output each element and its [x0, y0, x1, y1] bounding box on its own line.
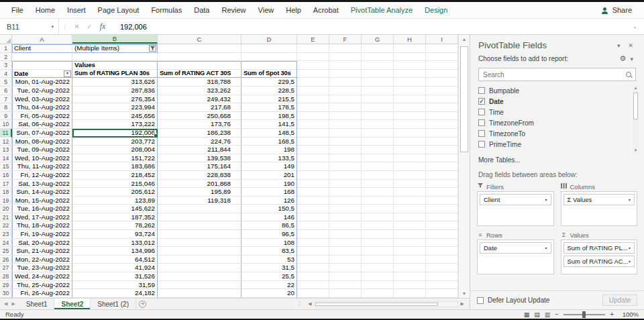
- row-header-10[interactable]: 10: [0, 120, 12, 129]
- cell-C10[interactable]: 173,76: [158, 120, 241, 129]
- zoom-slider-thumb[interactable]: [582, 311, 586, 318]
- area-field-chip[interactable]: Client▾: [480, 194, 551, 205]
- cell-C5[interactable]: 318,788: [158, 78, 241, 87]
- cell-I26[interactable]: [426, 256, 458, 264]
- select-all-corner[interactable]: [0, 35, 12, 44]
- column-header-I[interactable]: I: [426, 35, 458, 44]
- cell-A5[interactable]: Mon, 01-Aug-2022: [12, 78, 72, 87]
- field-item-Bumpable[interactable]: Bumpable: [478, 85, 636, 96]
- cell-B11[interactable]: 192,006: [72, 129, 158, 138]
- cell-B8[interactable]: 223,994: [72, 103, 158, 112]
- cell-E8[interactable]: [297, 103, 329, 112]
- field-item-TimezoneFrom[interactable]: TimezoneFrom: [478, 117, 636, 128]
- horizontal-scroll-thumb[interactable]: [315, 303, 438, 306]
- cell-G24[interactable]: [362, 239, 394, 248]
- scroll-up-icon[interactable]: ▲: [459, 35, 470, 44]
- cell-E20[interactable]: [297, 205, 329, 213]
- cell-F12[interactable]: [329, 138, 362, 146]
- cell-H20[interactable]: [394, 205, 426, 213]
- field-search-box[interactable]: [478, 68, 636, 81]
- cell-G4[interactable]: [362, 70, 394, 78]
- cell-A1[interactable]: Client: [12, 44, 72, 53]
- cell-C18[interactable]: 195,89: [158, 188, 241, 197]
- cell-H30[interactable]: [394, 289, 426, 298]
- cell-D15[interactable]: 149: [241, 162, 297, 171]
- cell-I14[interactable]: [426, 154, 458, 163]
- cell-I7[interactable]: [426, 95, 458, 104]
- cell-G26[interactable]: [362, 256, 394, 264]
- cell-I2[interactable]: [426, 53, 458, 62]
- column-header-H[interactable]: H: [394, 35, 426, 44]
- cell-C3[interactable]: [158, 61, 241, 70]
- cell-B18[interactable]: 205,612: [72, 188, 158, 197]
- cell-G20[interactable]: [362, 205, 394, 213]
- cell-F4[interactable]: [329, 70, 362, 78]
- gear-icon[interactable]: ⚙: [620, 54, 627, 63]
- cell-D4[interactable]: Sum of Spot 30s: [241, 70, 297, 78]
- cell-D21[interactable]: 146: [241, 213, 297, 222]
- cell-E25[interactable]: [297, 247, 329, 256]
- row-header-9[interactable]: 9: [0, 112, 12, 121]
- cell-D26[interactable]: 53: [241, 256, 297, 264]
- name-box-dropdown-icon[interactable]: ▾: [51, 24, 54, 30]
- cell-A21[interactable]: Wed, 17-Aug-2022: [12, 213, 72, 222]
- row-header-17[interactable]: 17: [0, 180, 12, 189]
- new-sheet-button[interactable]: +: [136, 299, 150, 309]
- cell-G3[interactable]: [362, 61, 394, 70]
- cell-E16[interactable]: [297, 171, 329, 180]
- cell-C7[interactable]: 249,432: [158, 95, 241, 104]
- cell-A26[interactable]: Mon, 22-Aug-2022: [12, 256, 72, 264]
- cell-A4[interactable]: Date▾: [12, 70, 72, 78]
- cell-G23[interactable]: [362, 230, 394, 239]
- area-values-box[interactable]: Sum of RATING PL...▾Sum of RATING AC...▾: [561, 239, 638, 274]
- cell-D24[interactable]: 108: [241, 239, 297, 248]
- cell-G5[interactable]: [362, 78, 394, 87]
- cell-G19[interactable]: [362, 197, 394, 205]
- cell-F15[interactable]: [329, 162, 362, 171]
- cell-F23[interactable]: [329, 230, 362, 239]
- field-list-scroll-up-icon[interactable]: ▲: [633, 85, 639, 91]
- field-item-Time[interactable]: Time: [478, 107, 636, 117]
- cell-H11[interactable]: [394, 129, 426, 138]
- cell-I4[interactable]: [426, 70, 458, 78]
- scroll-right-icon[interactable]: ▶: [458, 301, 467, 307]
- cell-A13[interactable]: Tue, 09-Aug-2022: [12, 146, 72, 154]
- cell-C23[interactable]: [158, 230, 241, 239]
- chevron-down-icon[interactable]: ▾: [545, 197, 547, 202]
- cell-C26[interactable]: [158, 256, 241, 264]
- field-checkbox-Time[interactable]: [478, 109, 485, 115]
- ribbon-tab-data[interactable]: Data: [188, 2, 215, 19]
- cell-H16[interactable]: [394, 171, 426, 180]
- cell-C13[interactable]: 211,844: [158, 146, 241, 154]
- cell-H1[interactable]: [394, 44, 426, 53]
- cell-A30[interactable]: Fri, 26-Aug-2022: [12, 289, 72, 298]
- cell-I8[interactable]: [426, 103, 458, 112]
- field-item-PrimeTime[interactable]: PrimeTime: [478, 139, 636, 150]
- cell-I21[interactable]: [426, 213, 458, 222]
- cell-B6[interactable]: 287,836: [72, 87, 158, 95]
- cell-G16[interactable]: [362, 171, 394, 180]
- cell-G28[interactable]: [362, 272, 394, 281]
- cell-A18[interactable]: Sun, 14-Aug-2022: [12, 188, 72, 197]
- row-header-19[interactable]: 19: [0, 197, 12, 205]
- row-header-2[interactable]: 2: [0, 53, 12, 62]
- cell-H15[interactable]: [394, 162, 426, 171]
- row-header-23[interactable]: 23: [0, 230, 12, 239]
- cell-G7[interactable]: [362, 95, 394, 104]
- cell-D20[interactable]: 150,5: [241, 205, 297, 213]
- cell-A3[interactable]: [12, 61, 72, 70]
- cell-G9[interactable]: [362, 112, 394, 121]
- cell-E11[interactable]: [297, 129, 329, 138]
- cell-H13[interactable]: [394, 146, 426, 154]
- vertical-scroll-track[interactable]: [459, 44, 470, 289]
- cell-I19[interactable]: [426, 197, 458, 205]
- cell-C20[interactable]: [158, 205, 241, 213]
- cell-D29[interactable]: 22: [241, 281, 297, 290]
- cell-D25[interactable]: 83,5: [241, 247, 297, 256]
- row-header-13[interactable]: 13: [0, 146, 12, 154]
- ribbon-tab-home[interactable]: Home: [30, 2, 61, 19]
- cell-F13[interactable]: [329, 146, 362, 154]
- cell-I3[interactable]: [426, 61, 458, 70]
- cell-E3[interactable]: [297, 61, 329, 70]
- pane-close-icon[interactable]: ✕: [624, 42, 637, 49]
